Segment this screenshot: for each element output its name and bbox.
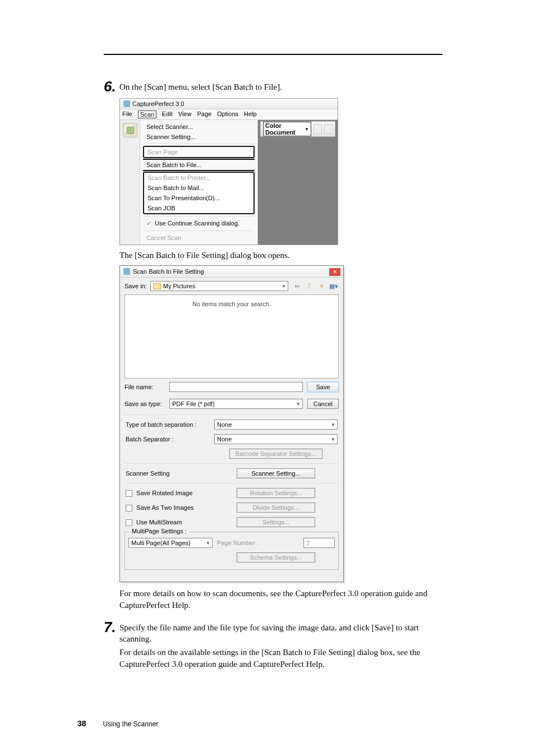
save-two-label: Save As Two Images: [136, 504, 194, 511]
mi-scan-batch-printer[interactable]: Scan Batch to Printer...: [144, 173, 253, 183]
dialog-app-icon: [123, 268, 130, 275]
multipage-legend: MultiPage Settings :: [130, 528, 189, 534]
mi-select-scanner[interactable]: Select Scanner...: [143, 122, 255, 132]
mi-scan-presentation[interactable]: Scan To Presentation(D)...: [144, 193, 253, 203]
page-number-label: Page Number :: [217, 540, 299, 546]
cancel-button[interactable]: Cancel: [307, 399, 339, 409]
dialog-title: Scan Batch to File Setting: [133, 268, 204, 275]
batch-type-dropdown[interactable]: None: [214, 420, 338, 430]
folder-icon: [153, 283, 161, 289]
save-button[interactable]: Save: [307, 382, 339, 392]
file-name-label: File name:: [124, 384, 165, 390]
menu-view[interactable]: View: [178, 110, 192, 118]
menu-scan[interactable]: Scan: [138, 110, 156, 118]
scan-batch-file-setting-dialog: Scan Batch to File Setting ✕ Save in: My…: [119, 265, 344, 582]
caption-after-cp30: The [Scan Batch to File Setting] dialog …: [119, 250, 442, 261]
batch-sep-label: Batch Separator :: [126, 436, 210, 442]
app-icon: [123, 100, 130, 107]
save-as-type-value: PDF File (*.pdf): [172, 400, 215, 407]
mode-dropdown[interactable]: Color Document ▼: [263, 122, 311, 136]
checkbox-icon: [126, 519, 132, 526]
save-rotated-label: Save Rotated Image: [136, 490, 192, 496]
save-two-checkbox[interactable]: Save As Two Images: [126, 504, 210, 511]
mi-scan-batch-mail[interactable]: Scan Batch to Mail...: [144, 183, 253, 193]
step-6-number: 6: [104, 79, 119, 94]
menubar: File Scan Edit View Page Options Help: [120, 109, 338, 120]
mi-scan-page[interactable]: Scan Page: [144, 147, 253, 157]
batch-type-value: None: [217, 421, 232, 428]
save-in-dropdown[interactable]: My Pictures: [150, 281, 288, 291]
caption-after-dialog: For more details on how to scan document…: [119, 588, 442, 611]
step-6-text: On the [Scan] menu, select [Scan Batch t…: [119, 81, 282, 93]
view-menu-icon[interactable]: ▦▾: [329, 281, 339, 291]
file-name-input[interactable]: [169, 382, 303, 392]
scanner-setting-label: Scanner Setting: [126, 470, 210, 477]
schema-settings-button: Schema Settings...: [237, 552, 315, 563]
menu-file[interactable]: File: [122, 110, 132, 118]
back-icon[interactable]: ⇦: [292, 281, 302, 291]
checkbox-icon: [126, 505, 132, 511]
step-7-text-1: Specify the file name and the file type …: [119, 622, 442, 645]
batch-type-label: Type of batch separation :: [126, 421, 210, 428]
resize-grip-icon[interactable]: ⋰: [120, 574, 343, 582]
mi-scan-batch-file[interactable]: Scan Batch to File...: [143, 160, 255, 170]
mi-cancel-scan: Cancel Scan: [143, 233, 255, 243]
save-rotated-checkbox[interactable]: Save Rotated Image: [126, 490, 210, 497]
toolbar-scan-icon[interactable]: [123, 123, 137, 137]
up-folder-icon[interactable]: ⤴: [304, 281, 314, 291]
scanner-setting-button[interactable]: Scanner Setting...: [237, 468, 315, 478]
save-as-type-label: Save as type:: [124, 400, 165, 407]
page-number: 38: [77, 719, 86, 728]
page-number-input: 2: [303, 538, 335, 548]
file-list-area: No items match your search.: [124, 294, 339, 379]
mode-dropdown-label: Color Document: [265, 122, 303, 136]
new-folder-icon[interactable]: ✳: [316, 281, 326, 291]
step-7-text-2: For details on the available settings in…: [119, 647, 442, 670]
save-as-type-dropdown[interactable]: PDF File (*.pdf): [169, 399, 303, 409]
multipage-value: Multi Page(All Pages): [131, 540, 191, 546]
captureperfect-title: CapturePerfect 3.0: [132, 100, 184, 107]
mi-scan-job[interactable]: Scan JOB: [144, 203, 253, 213]
batch-sep-value: None: [217, 436, 232, 442]
batch-sep-dropdown[interactable]: None: [214, 434, 338, 444]
tool-btn-1[interactable]: [313, 124, 322, 134]
menu-help[interactable]: Help: [244, 110, 257, 118]
checkbox-icon: [126, 490, 132, 497]
divide-settings-button: Divide Settings...: [237, 503, 315, 513]
mi-scanner-setting[interactable]: Scanner Setting...: [143, 132, 255, 142]
barcode-settings-button: Barcode Separator Settings...: [229, 449, 322, 459]
menu-edit[interactable]: Edit: [162, 110, 173, 118]
close-icon[interactable]: ✕: [329, 268, 340, 276]
page-number-value: 2: [306, 540, 310, 546]
step-7-number: 7: [104, 620, 119, 634]
file-area-empty-text: No items match your search.: [192, 301, 271, 307]
tool-btn-2[interactable]: [324, 124, 333, 134]
check-icon: ✓: [146, 220, 153, 227]
save-in-value: My Pictures: [163, 283, 195, 289]
use-multistream-checkbox[interactable]: Use MultiStream: [126, 519, 210, 526]
footer-section: Using the Scanner: [103, 720, 159, 728]
multipage-dropdown[interactable]: Multi Page(All Pages): [128, 538, 213, 548]
menu-options[interactable]: Options: [217, 110, 238, 118]
chevron-down-icon: ▼: [305, 127, 309, 132]
multistream-settings-button: Settings...: [237, 517, 315, 527]
mi-use-continue-label: Use Continue Scanning dialog.: [155, 220, 239, 227]
save-in-label: Save in:: [124, 283, 147, 289]
captureperfect-window: CapturePerfect 3.0 File Scan Edit View P…: [119, 98, 338, 245]
use-multistream-label: Use MultiStream: [136, 519, 182, 525]
menu-page[interactable]: Page: [197, 110, 211, 118]
mi-use-continue[interactable]: ✓ Use Continue Scanning dialog.: [143, 218, 255, 229]
rotation-settings-button: Rotation Settings...: [237, 488, 315, 498]
multipage-fieldset: MultiPage Settings : Multi Page(All Page…: [124, 532, 339, 570]
